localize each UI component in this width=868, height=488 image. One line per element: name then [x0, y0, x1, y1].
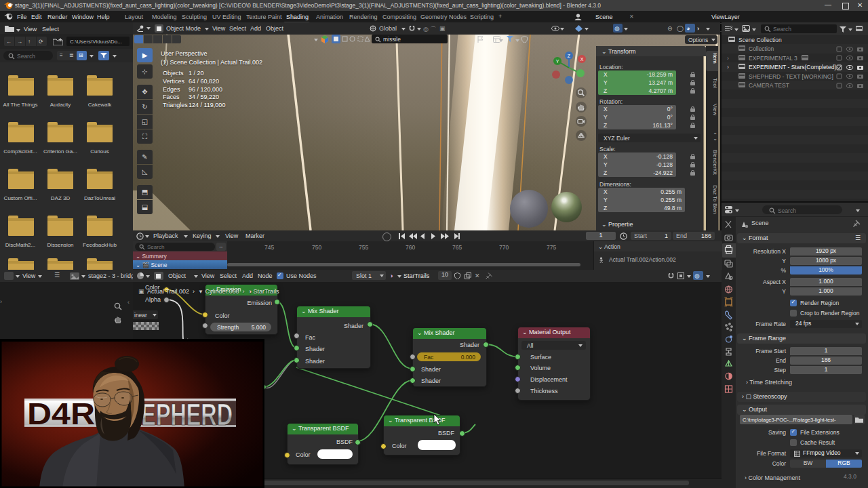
svg-text:D4R: D4R	[27, 396, 95, 431]
svg-text:Z: Z	[568, 54, 571, 58]
svg-text:X: X	[580, 57, 584, 62]
svg-text:Y: Y	[556, 59, 559, 64]
